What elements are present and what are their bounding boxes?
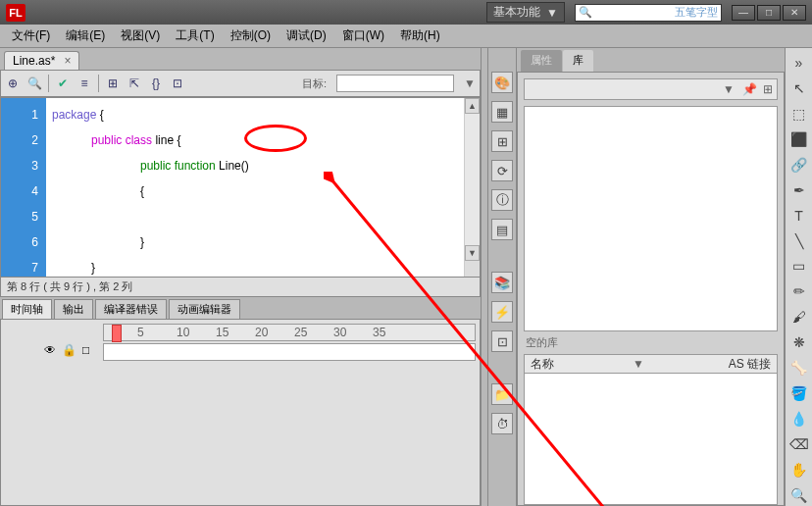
menu-edit[interactable]: 编辑(E) bbox=[58, 25, 113, 47]
workspace-label: 基本功能 bbox=[493, 4, 540, 21]
tab-properties[interactable]: 属性 bbox=[521, 50, 562, 72]
history-icon[interactable]: ⏱ bbox=[491, 413, 513, 434]
comment-icon[interactable]: ⊡ bbox=[170, 76, 185, 91]
collapse-icon[interactable]: ⇱ bbox=[127, 76, 142, 91]
library-panel: ▼ 📌 ⊞ 空的库 名称 ▼ AS 链接 bbox=[517, 72, 785, 506]
chevron-down-icon: ▼ bbox=[546, 6, 558, 20]
library-select[interactable]: ▼ 📌 ⊞ bbox=[524, 78, 778, 100]
outline-icon[interactable]: □ bbox=[82, 343, 89, 361]
lasso-tool-icon[interactable]: 🔗 bbox=[788, 154, 810, 176]
col-as-link[interactable]: AS 链接 bbox=[729, 356, 771, 373]
menu-tools[interactable]: 工具(T) bbox=[168, 25, 222, 47]
class-name: line bbox=[155, 133, 177, 147]
pin-icon[interactable]: 📌 bbox=[742, 82, 757, 96]
actions-icon[interactable]: ⚡ bbox=[491, 301, 513, 323]
subselection-tool-icon[interactable]: ⬚ bbox=[788, 103, 810, 125]
timeline-layer[interactable]: 👁 🔒 □ bbox=[5, 343, 476, 361]
palette-icon[interactable]: 🎨 bbox=[491, 72, 513, 93]
info-icon[interactable]: ⓘ bbox=[491, 189, 513, 211]
brush-tool-icon[interactable]: 🖌 bbox=[788, 306, 810, 328]
menu-file[interactable]: 文件(F) bbox=[4, 25, 58, 47]
menu-control[interactable]: 控制(O) bbox=[223, 25, 279, 47]
line-tool-icon[interactable]: ╲ bbox=[788, 230, 810, 252]
close-icon[interactable]: × bbox=[64, 54, 71, 68]
rectangle-tool-icon[interactable]: ▭ bbox=[788, 256, 810, 278]
maximize-button[interactable]: □ bbox=[757, 5, 781, 21]
library-info: 空的库 bbox=[518, 331, 784, 354]
status-bar: 第 8 行 ( 共 9 行 ) , 第 2 列 bbox=[0, 278, 481, 297]
eyedropper-icon[interactable]: 💧 bbox=[788, 408, 810, 430]
new-lib-icon[interactable]: ⊞ bbox=[763, 82, 773, 96]
format-icon[interactable]: ≡ bbox=[76, 76, 92, 91]
app-logo: FL bbox=[6, 4, 25, 22]
scroll-up-icon[interactable]: ▲ bbox=[465, 98, 480, 114]
menu-view[interactable]: 视图(V) bbox=[113, 25, 168, 47]
column-divider[interactable] bbox=[481, 48, 488, 506]
separator bbox=[48, 75, 49, 92]
paint-bucket-icon[interactable]: 🪣 bbox=[788, 382, 810, 404]
selection-tool-icon[interactable]: ↖ bbox=[788, 77, 810, 99]
grid-icon[interactable]: ▦ bbox=[491, 101, 513, 123]
target-field[interactable] bbox=[336, 75, 454, 92]
scroll-corner bbox=[465, 261, 480, 277]
sort-icon[interactable]: ▼ bbox=[633, 357, 644, 371]
eraser-tool-icon[interactable]: ⌫ bbox=[788, 433, 810, 455]
search-input[interactable]: 🔍 五笔字型 bbox=[575, 4, 722, 22]
project-icon[interactable]: 📁 bbox=[491, 383, 513, 405]
brace-icon[interactable]: {} bbox=[148, 76, 164, 91]
bottom-tabs: 时间轴 输出 编译器错误 动画编辑器 bbox=[0, 297, 481, 319]
library-list[interactable] bbox=[524, 374, 778, 505]
chevron-down-icon[interactable]: ▼ bbox=[464, 76, 476, 90]
code-editor[interactable]: 123 456 789 package { public class line … bbox=[0, 97, 481, 278]
hand-tool-icon[interactable]: ✋ bbox=[788, 459, 810, 481]
pencil-tool-icon[interactable]: ✏ bbox=[788, 280, 810, 302]
menu-window[interactable]: 窗口(W) bbox=[334, 25, 392, 47]
swatches-icon[interactable]: ▤ bbox=[491, 219, 513, 240]
library-icon[interactable]: 📚 bbox=[491, 272, 513, 293]
keyword-function: public function bbox=[140, 159, 219, 173]
deco-tool-icon[interactable]: ❋ bbox=[788, 331, 810, 353]
close-button[interactable]: ✕ bbox=[783, 5, 806, 21]
tab-library[interactable]: 库 bbox=[563, 50, 593, 72]
tab-output[interactable]: 输出 bbox=[54, 299, 93, 319]
function-name: Line() bbox=[219, 159, 249, 173]
playhead[interactable] bbox=[112, 325, 122, 342]
zoom-tool-icon[interactable]: 🔍 bbox=[788, 484, 810, 506]
vertical-scrollbar[interactable]: ▲ ▼ bbox=[464, 98, 480, 277]
search-icon: 🔍 bbox=[579, 6, 592, 19]
find-icon[interactable]: 🔍 bbox=[26, 76, 42, 91]
transform-icon[interactable]: ⟳ bbox=[491, 160, 513, 181]
timeline-ruler[interactable]: 5 10 15 20 25 30 35 bbox=[103, 324, 476, 341]
tab-motion-editor[interactable]: 动画编辑器 bbox=[169, 299, 240, 319]
menubar: 文件(F) 编辑(E) 视图(V) 工具(T) 控制(O) 调试(D) 窗口(W… bbox=[0, 25, 812, 48]
menu-help[interactable]: 帮助(H) bbox=[392, 25, 448, 47]
pen-tool-icon[interactable]: ✒ bbox=[788, 179, 810, 201]
separator bbox=[98, 75, 99, 92]
scroll-down-icon[interactable]: ▼ bbox=[465, 245, 480, 261]
menu-debug[interactable]: 调试(D) bbox=[279, 25, 334, 47]
search-hint: 五笔字型 bbox=[675, 5, 718, 20]
eye-icon[interactable]: 👁 bbox=[44, 343, 56, 361]
components-icon[interactable]: ⊡ bbox=[491, 330, 513, 352]
free-transform-icon[interactable]: ⬛ bbox=[788, 128, 810, 150]
check-icon[interactable]: ✔ bbox=[55, 76, 71, 91]
file-tab[interactable]: Line.as* × bbox=[4, 51, 79, 70]
tab-timeline[interactable]: 时间轴 bbox=[2, 299, 52, 319]
layer-track[interactable] bbox=[103, 343, 476, 361]
lock-icon[interactable]: 🔒 bbox=[62, 343, 76, 361]
hint-icon[interactable]: ⊞ bbox=[105, 76, 121, 91]
code-content[interactable]: package { public class line { public fun… bbox=[46, 98, 464, 277]
file-tab-name: Line.as* bbox=[13, 54, 55, 68]
workspace-dropdown[interactable]: 基本功能 ▼ bbox=[486, 2, 565, 23]
text-tool-icon[interactable]: T bbox=[788, 205, 810, 227]
titlebar: FL 基本功能 ▼ 🔍 五笔字型 — □ ✕ bbox=[0, 0, 812, 25]
align-icon[interactable]: ⊞ bbox=[491, 130, 513, 152]
col-name[interactable]: 名称 bbox=[531, 356, 554, 373]
annotation-circle bbox=[244, 125, 307, 152]
expand-icon[interactable]: » bbox=[788, 52, 810, 74]
add-icon[interactable]: ⊕ bbox=[5, 76, 21, 91]
tab-compiler-errors[interactable]: 编译器错误 bbox=[95, 299, 167, 319]
minimize-button[interactable]: — bbox=[732, 5, 755, 21]
bone-tool-icon[interactable]: 🦴 bbox=[788, 357, 810, 379]
chevron-down-icon: ▼ bbox=[723, 82, 735, 96]
